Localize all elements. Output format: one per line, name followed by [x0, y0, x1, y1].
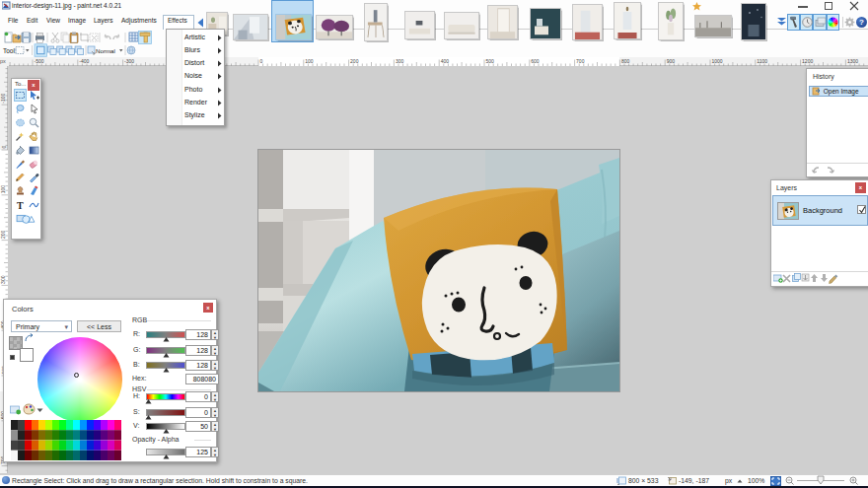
svg-text:200: 200	[350, 58, 359, 64]
svg-text:-100: -100	[1, 93, 7, 103]
svg-text:300: 300	[1, 275, 7, 284]
svg-text:400: 400	[441, 58, 450, 64]
svg-text:100: 100	[305, 58, 314, 64]
svg-text:T: T	[17, 200, 24, 211]
svg-text:1300: 1300	[847, 58, 858, 64]
svg-text:Normal: Normal	[96, 47, 115, 54]
svg-text:200: 200	[1, 231, 7, 240]
svg-text:100: 100	[1, 185, 7, 194]
svg-text:-400: -400	[79, 58, 89, 64]
svg-text:-500: -500	[35, 58, 44, 64]
svg-text:300: 300	[396, 58, 404, 64]
svg-text:600: 600	[531, 58, 540, 64]
svg-text:1000: 1000	[712, 58, 723, 64]
svg-text:0: 0	[1, 146, 7, 149]
svg-text:Tool:: Tool:	[3, 47, 17, 54]
svg-text:700: 700	[576, 58, 585, 64]
svg-text:800: 800	[621, 58, 630, 64]
svg-text:500: 500	[486, 58, 495, 64]
svg-text:1200: 1200	[802, 58, 813, 64]
svg-text:900: 900	[667, 58, 676, 64]
svg-text:1100: 1100	[757, 58, 767, 64]
svg-text:-300: -300	[124, 58, 134, 64]
svg-text:0: 0	[260, 58, 263, 64]
